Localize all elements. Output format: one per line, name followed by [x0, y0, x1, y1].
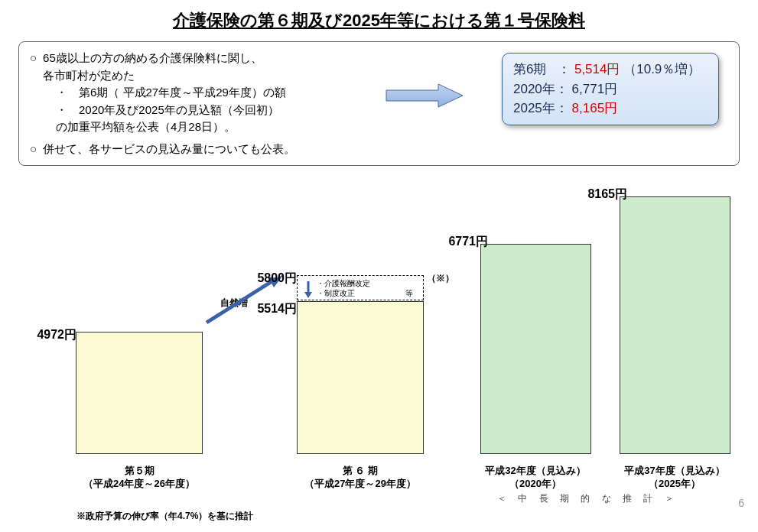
- c3a: 2025年：: [513, 101, 568, 115]
- c1c: 5,514円: [574, 62, 620, 76]
- dashed-note-1: ・介護報酬改定: [317, 278, 370, 288]
- x2a: 第 ６ 期: [343, 465, 378, 476]
- info-line1: 65歳以上の方の納める介護保険料に関し、: [43, 51, 262, 64]
- dashed-label: 5800円: [236, 271, 297, 287]
- x1b: （平成24年度～26年度）: [83, 478, 195, 489]
- chart-area: 4972円 第５期 （平成24年度～26年度） 自然増 5800円 （※） ・介…: [0, 179, 758, 500]
- x2b: （平成27年度～29年度）: [304, 478, 416, 489]
- c1d: （10.9％増）: [623, 62, 701, 76]
- dashed-note-2: ・制度改正: [317, 288, 355, 298]
- bar-label-2: 5514円: [236, 301, 297, 317]
- info-box: ○ 65歳以上の方の納める介護保険料に関し、 各市町村が定めた ・ 第6期（ 平…: [18, 41, 740, 166]
- x3a: 平成32年度（見込み）: [485, 465, 585, 476]
- c3b: 8,165円: [572, 101, 618, 115]
- xlabel-4: 平成37年度（見込み） （2025年）: [598, 465, 751, 491]
- svg-marker-4: [304, 292, 312, 298]
- long-term-label: ＜ 中 長 期 的 な 推 計 ＞: [497, 492, 678, 505]
- bar-label-4: 8165円: [566, 187, 627, 203]
- arrow-down-icon: [303, 280, 314, 300]
- info-line4: の加重平均額を公表（4月28日）。: [56, 118, 428, 136]
- x4b: （2025年）: [649, 478, 701, 489]
- c2a: 2020年：: [513, 82, 568, 96]
- arrow-right-icon: [383, 82, 467, 109]
- xlabel-3: 平成32年度（見込み） （2020年）: [459, 465, 612, 491]
- c1a: 第6期: [513, 62, 546, 76]
- bar-label-1: 4972円: [15, 327, 76, 343]
- bar-2020: [480, 244, 591, 454]
- bar-2025: [620, 196, 730, 454]
- xlabel-2: 第 ６ 期 （平成27年度～29年度）: [284, 465, 437, 491]
- bar-period5: [76, 332, 203, 454]
- info-line2: ・ 第6期（ 平成27年度～平成29年度）の額: [56, 84, 428, 102]
- x1a: 第５期: [125, 465, 155, 476]
- x3b: （2020年）: [509, 478, 561, 489]
- info-line1b: 各市町村が定めた: [43, 69, 135, 82]
- c1b: ：: [558, 62, 571, 76]
- callout-row2: 2020年： 6,771円: [513, 79, 708, 99]
- bar-label-3: 6771円: [427, 234, 488, 250]
- x4a: 平成37年度（見込み）: [624, 465, 724, 476]
- page-number: 6: [738, 497, 744, 509]
- info-left: ○ 65歳以上の方の納める介護保険料に関し、 各市町村が定めた ・ 第6期（ 平…: [30, 50, 428, 157]
- callout-row1: 第6期 ： 5,514円 （10.9％増）: [513, 60, 708, 79]
- callout-row3: 2025年： 8,165円: [513, 99, 708, 118]
- page-title: 介護保険の第６期及び2025年等における第１号保険料: [0, 0, 758, 38]
- bullet-mark: ○: [30, 141, 37, 158]
- info-line3: ・ 2020年及び2025年の見込額（今回初）: [56, 102, 428, 119]
- dashed-note-suffix: 等: [405, 288, 413, 298]
- bullet-mark: ○: [30, 50, 37, 84]
- bullet-1: ○ 65歳以上の方の納める介護保険料に関し、 各市町村が定めた: [30, 50, 428, 84]
- svg-marker-0: [386, 84, 463, 107]
- info-line5: 併せて、各サービスの見込み量についても公表。: [43, 141, 295, 158]
- dashed-suffix: （※）: [427, 272, 454, 285]
- xlabel-1: 第５期 （平成24年度～26年度）: [63, 465, 216, 491]
- bullet-2: ○ 併せて、各サービスの見込み量についても公表。: [30, 141, 428, 158]
- callout-box: 第6期 ： 5,514円 （10.9％増） 2020年： 6,771円 2025…: [502, 53, 719, 125]
- c2b: 6,771円: [572, 82, 618, 96]
- footnote: ※政府予算の伸び率（年4.7%）を基に推計: [76, 510, 253, 523]
- bar-period6: [297, 301, 424, 454]
